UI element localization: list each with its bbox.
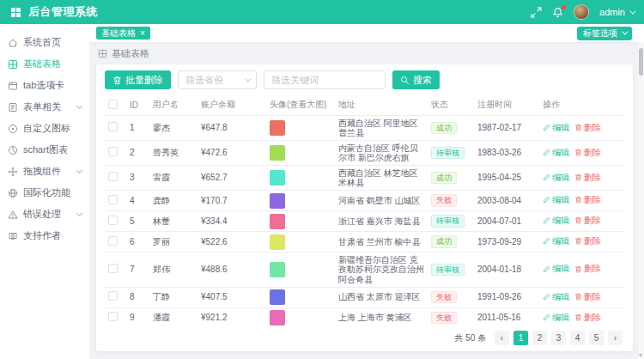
sidebar-item-0[interactable]: 系统首页 xyxy=(0,32,89,53)
column-header-0: ID xyxy=(126,94,149,116)
trash-icon xyxy=(574,313,582,321)
delete-button[interactable]: 删除 xyxy=(574,264,601,274)
scrollbar-down-arrow[interactable] xyxy=(639,354,642,357)
edit-button[interactable]: 编辑 xyxy=(543,123,569,133)
avatar[interactable] xyxy=(270,193,285,209)
edit-label: 编辑 xyxy=(552,264,569,274)
pagination-page-2[interactable]: 2 xyxy=(532,331,547,345)
delete-label: 删除 xyxy=(584,195,601,205)
scrollbar-thumb[interactable] xyxy=(639,48,643,76)
sidebar-item-label: 拖拽组件 xyxy=(23,165,61,178)
table-row: 9潘霞¥921.2上海 上海市 黄浦区失败2011-05-16编辑删除 xyxy=(105,307,624,326)
edit-button[interactable]: 编辑 xyxy=(543,313,569,323)
edit-button[interactable]: 编辑 xyxy=(543,216,569,226)
row-checkbox[interactable] xyxy=(108,236,118,246)
avatar[interactable] xyxy=(270,214,285,229)
row-checkbox[interactable] xyxy=(108,264,118,273)
avatar[interactable] xyxy=(270,262,285,277)
sidebar-item-7[interactable]: 国际化功能 xyxy=(0,182,89,204)
pagination-page-1[interactable]: 1 xyxy=(513,331,528,345)
row-checkbox[interactable] xyxy=(108,172,118,181)
user-avatar[interactable] xyxy=(574,4,589,20)
avatar[interactable] xyxy=(270,310,285,326)
delete-button[interactable]: 删除 xyxy=(574,173,601,183)
trash-icon xyxy=(112,76,122,85)
row-checkbox[interactable] xyxy=(108,122,118,131)
form-icon xyxy=(8,102,18,113)
row-checkbox[interactable] xyxy=(108,147,118,156)
delete-button[interactable]: 删除 xyxy=(574,313,601,323)
cell-register-date: 2004-01-18 xyxy=(474,253,539,288)
chevron-down-icon xyxy=(622,29,628,35)
sidebar-item-5[interactable]: schart图表 xyxy=(0,139,89,161)
cell-username: 郑伟 xyxy=(149,253,197,288)
sidebar-item-2[interactable]: tab选项卡 xyxy=(0,75,89,96)
sidebar-item-4[interactable]: 自定义图标 xyxy=(0,118,89,139)
sidebar-item-label: schart图表 xyxy=(23,143,68,156)
page-title: 基础表格 xyxy=(112,47,149,60)
sidebar-item-8[interactable]: 错误处理 xyxy=(0,204,89,225)
delete-button[interactable]: 删除 xyxy=(574,148,601,158)
batch-delete-button[interactable]: 批量删除 xyxy=(105,70,171,89)
sidebar-item-6[interactable]: 拖拽组件 xyxy=(0,161,89,182)
edit-button[interactable]: 编辑 xyxy=(543,173,569,183)
cell-balance: ¥652.7 xyxy=(197,166,266,191)
edit-button[interactable]: 编辑 xyxy=(543,236,569,246)
cell-username: 雷霞 xyxy=(149,166,197,191)
sidebar-item-3[interactable]: 表单相关 xyxy=(0,96,89,118)
delete-label: 删除 xyxy=(584,123,601,133)
cell-address: 山西省 太原市 迎泽区 xyxy=(335,287,428,307)
delete-label: 删除 xyxy=(584,236,601,246)
pagination-page-3[interactable]: 3 xyxy=(551,331,566,345)
cell-register-date: 1983-03-26 xyxy=(474,141,539,166)
row-checkbox[interactable] xyxy=(108,291,118,301)
row-checkbox[interactable] xyxy=(108,195,118,204)
pagination-prev-button[interactable]: ‹ xyxy=(495,331,509,345)
delete-button[interactable]: 删除 xyxy=(574,216,601,226)
pagination-page-4[interactable]: 4 xyxy=(570,331,585,345)
edit-button[interactable]: 编辑 xyxy=(543,292,569,302)
cell-id: 5 xyxy=(126,211,149,232)
edit-button[interactable]: 编辑 xyxy=(543,148,569,158)
pagination-next-button[interactable]: › xyxy=(608,331,623,345)
custom-icon-icon xyxy=(8,124,18,134)
row-checkbox[interactable] xyxy=(108,312,118,321)
row-checkbox[interactable] xyxy=(108,216,118,225)
avatar[interactable] xyxy=(270,289,285,305)
sidebar-item-9[interactable]: 支持作者 xyxy=(0,225,89,246)
province-select[interactable]: 筛选省份 xyxy=(178,70,257,89)
avatar[interactable] xyxy=(270,145,285,161)
delete-button[interactable]: 删除 xyxy=(574,195,601,205)
search-button[interactable]: 搜索 xyxy=(392,70,440,89)
delete-label: 删除 xyxy=(584,292,601,302)
avatar[interactable] xyxy=(270,170,285,186)
pagination-page-5[interactable]: 5 xyxy=(589,331,604,345)
tab-basic-table[interactable]: 基础表格 × xyxy=(96,27,150,40)
edit-button[interactable]: 编辑 xyxy=(543,264,569,274)
scrollbar[interactable] xyxy=(638,42,644,359)
delete-button[interactable]: 删除 xyxy=(574,123,601,133)
table-row: 7郑伟¥488.6新疆维吾尔自治区 克孜勒苏柯尔克孜自治州 阿合奇县待审核200… xyxy=(105,253,624,288)
avatar[interactable] xyxy=(270,234,285,250)
close-icon[interactable]: × xyxy=(140,29,145,38)
table-row: 2曾秀英¥472.6内蒙古自治区 呼伦贝尔市 新巴尔虎右旗待审核1983-03-… xyxy=(105,141,624,166)
sidebar-menu: 系统首页基础表格tab选项卡表单相关自定义图标schart图表拖拽组件国际化功能… xyxy=(0,24,89,359)
column-header-4: 地址 xyxy=(335,94,428,116)
chevron-down-icon xyxy=(76,102,82,108)
fullscreen-icon[interactable] xyxy=(531,7,542,18)
user-menu[interactable]: admin xyxy=(599,7,634,17)
trash-icon xyxy=(574,237,582,245)
globe-icon xyxy=(8,188,18,198)
tag-options-button[interactable]: 标签选项 xyxy=(577,27,632,40)
edit-button[interactable]: 编辑 xyxy=(543,195,569,205)
header-checkbox[interactable] xyxy=(108,100,118,109)
avatar[interactable] xyxy=(270,120,285,136)
delete-button[interactable]: 删除 xyxy=(574,292,601,302)
drag-icon xyxy=(8,167,18,177)
sidebar-item-1[interactable]: 基础表格 xyxy=(0,53,89,75)
bell-icon[interactable] xyxy=(552,7,563,18)
cell-register-date: 1991-09-26 xyxy=(474,287,539,307)
keyword-input[interactable] xyxy=(264,70,386,89)
delete-button[interactable]: 删除 xyxy=(574,236,601,246)
sidebar-item-label: 基础表格 xyxy=(23,58,61,70)
